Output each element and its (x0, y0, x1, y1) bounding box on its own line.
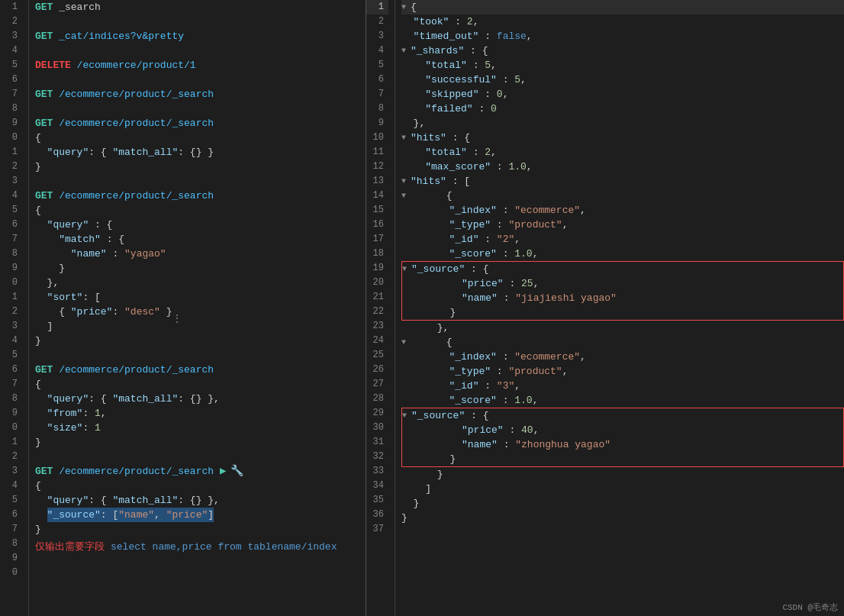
code-line-28: "query": { "match_all": {} }, (35, 392, 366, 406)
left-panel: 1 2 3 4 5 6 7 8 9 0 1 2 3 4 5 6 7 8 9 0 … (0, 0, 366, 616)
run-button[interactable]: ▶ (220, 464, 226, 479)
r-line-10: ▼ "hits" : { (401, 131, 844, 145)
highlight-box-2: ▼ "_source" : { "price" : 40, "name" : "… (401, 408, 844, 467)
r-line-4: ▼ "_shards" : { (401, 44, 844, 58)
r-line-35: } (401, 496, 844, 511)
right-panel: 1 2 3 4 5 6 7 8 9 10 11 12 13 14 15 16 1… (366, 0, 844, 616)
r-line-25: "_index" : "ecommerce", (401, 350, 844, 364)
r-line-6: "successful" : 5, (401, 73, 844, 87)
code-line-30: "size": 1 (35, 421, 366, 435)
r-line-12: "max_score" : 1.0, (401, 160, 844, 174)
r-line-30: "price" : 40, (402, 423, 843, 437)
code-line-11: "query": { "match_all": {} } (35, 145, 366, 160)
code-line-12: } (35, 160, 366, 174)
r-line-7: "skipped" : 0, (401, 87, 844, 102)
ellipsis-icon[interactable]: ⋮ (172, 312, 182, 327)
r-line-18: "_score" : 1.0, (401, 247, 844, 261)
code-line-31: } (35, 435, 366, 450)
r-line-21: "name" : "jiajieshi yagao" (402, 291, 843, 305)
left-line-numbers: 1 2 3 4 5 6 7 8 9 0 1 2 3 4 5 6 7 8 9 0 … (0, 0, 29, 616)
highlight-box-1: ▼ "_source" : { "price" : 25, "name" : "… (401, 261, 844, 321)
code-line-33: GET /ecommerce/product/_search ▶ 🔧 (35, 464, 366, 479)
r-line-31: "name" : "zhonghua yagao" (402, 437, 843, 452)
r-line-11: "total" : 2, (401, 145, 844, 160)
code-line-35: "query": { "match_all": {} }, (35, 493, 366, 508)
r-line-14: ▼ { (401, 189, 844, 203)
code-line-2 (35, 15, 366, 29)
r-line-23: }, (401, 321, 844, 335)
r-line-37 (401, 525, 844, 540)
code-line-1: GET _search (35, 0, 366, 15)
r-line-22: } (402, 305, 843, 320)
code-line-9: GET /ecommerce/product/_search (35, 116, 366, 131)
r-line-3: "timed_out" : false, (401, 29, 844, 44)
r-line-28: "_score" : 1.0, (401, 393, 844, 408)
code-line-22: { "price": "desc" } ⋮ (35, 305, 366, 319)
code-line-3: GET _cat/indices?v&pretty (35, 29, 366, 44)
watermark: CSDN @毛奇志 (782, 601, 838, 613)
r-line-5: "total" : 5, (401, 58, 844, 73)
code-line-15: { (35, 203, 366, 218)
wrench-button[interactable]: 🔧 (230, 464, 243, 479)
code-line-32 (35, 450, 366, 464)
r-line-33: } (401, 467, 844, 482)
code-line-7: GET /ecommerce/product/_search (35, 87, 366, 102)
code-line-8 (35, 102, 366, 116)
code-line-25 (35, 348, 366, 363)
code-line-20: }, (35, 276, 366, 290)
r-line-9: }, (401, 116, 844, 131)
r-line-32: } (402, 452, 843, 466)
code-line-36: "_source": ["name", "price"] (35, 508, 366, 522)
code-line-34: { (35, 479, 366, 493)
r-line-26: "_type" : "product", (401, 364, 844, 379)
annotation-line: 仅输出需要字段 select name,price from tablename… (35, 540, 366, 554)
code-line-5: DELETE /ecommerce/product/1 (35, 58, 366, 73)
code-line-16: "query" : { (35, 218, 366, 232)
r-line-19: ▼ "_source" : { (402, 262, 843, 276)
code-line-4 (35, 44, 366, 58)
code-line-17: "match" : { (35, 232, 366, 247)
code-line-6 (35, 73, 366, 87)
annotation-blue-text: select name,price from tablename/index (111, 540, 337, 554)
r-line-24: ▼ { (401, 335, 844, 350)
code-line-10: { (35, 131, 366, 145)
right-line-numbers: 1 2 3 4 5 6 7 8 9 10 11 12 13 14 15 16 1… (366, 0, 395, 616)
r-line-27: "_id" : "3", (401, 379, 844, 393)
r-line-36: } (401, 511, 844, 525)
annotation-red-text: 仅输出需要字段 (35, 540, 105, 554)
code-line-26: GET /ecommerce/product/_search (35, 363, 366, 377)
r-line-17: "_id" : "2", (401, 232, 844, 247)
code-line-18: "name" : "yagao" (35, 247, 366, 261)
r-line-20: "price" : 25, (402, 276, 843, 291)
r-line-8: "failed" : 0 (401, 102, 844, 116)
code-line-29: "from": 1, (35, 406, 366, 421)
code-line-23: ] (35, 319, 366, 334)
right-code-content: ▼ { "took" : 2, "timed_out" : false, ▼ "… (395, 0, 844, 616)
code-line-21: "sort": [ (35, 290, 366, 305)
r-line-29: ▼ "_source" : { (402, 408, 843, 423)
r-line-15: "_index" : "ecommerce", (401, 203, 844, 218)
code-line-24: } (35, 334, 366, 348)
code-line-19: } (35, 261, 366, 276)
code-line-13 (35, 174, 366, 189)
code-line-14: GET /ecommerce/product/_search (35, 189, 366, 203)
r-line-13: ▼ "hits" : [ (401, 174, 844, 189)
code-line-37: } (35, 522, 366, 537)
r-line-1: ▼ { (401, 0, 844, 15)
r-line-34: ] (401, 482, 844, 496)
left-code-content[interactable]: GET _search GET _cat/indices?v&pretty DE… (29, 0, 366, 616)
r-line-16: "_type" : "product", (401, 218, 844, 232)
code-line-27: { (35, 377, 366, 392)
r-line-2: "took" : 2, (401, 15, 844, 29)
